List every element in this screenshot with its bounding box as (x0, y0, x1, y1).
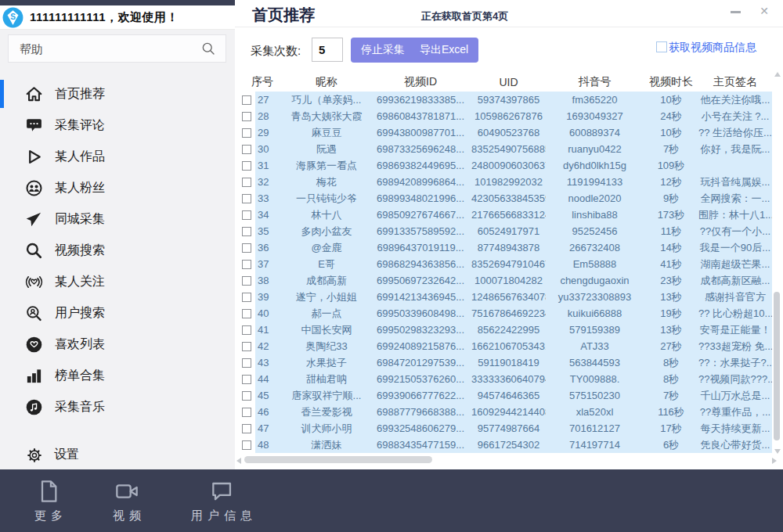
cell-duration: 7秒 (644, 387, 698, 404)
cell-video-id: 69869382449695... (370, 157, 471, 174)
row-checkbox[interactable] (242, 161, 251, 171)
cell-uid: 835254907568851 (471, 141, 546, 157)
scroll-right-arrow-icon[interactable] (772, 458, 777, 464)
table-row[interactable]: 30阮遇69873325696248...835254907568851ruan… (241, 141, 772, 157)
cell-num: 31 (255, 157, 283, 174)
cell-douyin-id: 600889374 (546, 124, 644, 141)
table-row[interactable]: 35多肉小盆友69913357589592...6052491797195252… (241, 223, 772, 239)
row-checkbox[interactable] (242, 342, 251, 351)
row-checkbox[interactable] (242, 358, 251, 368)
chat-icon (209, 479, 234, 504)
row-checkbox[interactable] (242, 309, 251, 318)
scroll-up-arrow-icon[interactable] (774, 72, 781, 77)
table-row[interactable]: 36@金鹿69896437019119...877489438782667324… (241, 239, 772, 256)
row-checkbox[interactable] (242, 95, 251, 105)
table-row[interactable]: 48潇洒妹69883435477159...966172543027141977… (241, 437, 772, 453)
footer-item-video[interactable]: 视频 (108, 479, 146, 523)
sidebar-item-settings[interactable]: 设置 (0, 440, 235, 469)
horizontal-scrollbar[interactable] (236, 455, 778, 466)
table-row[interactable]: 42奥陶纪3369924089215876...16621067053431..… (241, 338, 772, 354)
row-checkbox[interactable] (242, 128, 251, 138)
row-checkbox[interactable] (242, 440, 251, 450)
table-row[interactable]: 46香兰爱影视69887779668388...16092944214408..… (241, 404, 772, 420)
collect-count-input[interactable] (312, 38, 343, 62)
table-row[interactable]: 38成都高新69950697232642...100071804282cheng… (241, 272, 772, 289)
table-row[interactable]: 27巧儿（单亲妈...69936219833385...59374397865f… (241, 92, 772, 108)
cell-signature: 他在关注你哦... (698, 92, 772, 108)
sidebar-item-video-search[interactable]: 视频搜索 (0, 235, 235, 266)
cell-uid: 59119018419 (471, 354, 546, 371)
row-checkbox[interactable] (242, 424, 251, 433)
product-info-label: 获取视频商品信息 (669, 41, 756, 55)
table-row[interactable]: 37E哥69868294363856...835269479104679Em58… (241, 256, 772, 272)
table-row[interactable]: 33一只钝钝少爷69899348021996...42305633845359.… (241, 190, 772, 207)
likes-heart-icon (25, 336, 43, 354)
row-checkbox[interactable] (242, 276, 251, 286)
table-row[interactable]: 44甜柚君呐69921505376260...33333360640794...… (241, 371, 772, 387)
sidebar-item-ranking[interactable]: 榜单合集 (0, 360, 235, 391)
search-icon[interactable] (200, 41, 216, 56)
table-row[interactable]: 43水果挞子69847201297539...59119018419563844… (241, 354, 772, 371)
row-checkbox[interactable] (242, 210, 251, 220)
product-info-checkbox[interactable] (656, 41, 667, 52)
table-row[interactable]: 40郝一点69950339608498...751678646922344kui… (241, 305, 772, 322)
main-area: 首页推荐 正在获取首页第4页 ✕ 采集次数: 停止采集 导出Excel 获取视频… (235, 0, 783, 469)
cell-num: 32 (255, 174, 283, 190)
sidebar-item-user-search[interactable]: 用户搜索 (0, 297, 235, 329)
footer-item-more[interactable]: 更多 (30, 479, 67, 523)
row-checkbox[interactable] (242, 260, 251, 269)
cell-signature: 成都高新区融... (698, 272, 772, 289)
cell-uid: 101982992032 (471, 174, 546, 190)
cell-video-id: 69873325696248... (370, 141, 471, 157)
table-row[interactable]: 41中国长安网69950298323293...8562242299557915… (241, 322, 772, 338)
minimize-icon[interactable] (731, 11, 741, 13)
table-row[interactable]: 34林十八69850927674667...21766566833124...l… (241, 207, 772, 223)
sidebar-item-fans[interactable]: 某人粉丝 (0, 172, 235, 203)
table-row[interactable]: 47训犬师小明69932548606279...9577498766470161… (241, 420, 772, 437)
scroll-left-arrow-icon[interactable] (236, 458, 241, 464)
cell-duration: 13秒 (644, 322, 698, 338)
sidebar-item-follows[interactable]: 某人关注 (0, 266, 235, 297)
help-search-box[interactable] (8, 34, 226, 63)
checkbox-cell (241, 358, 255, 368)
cell-signature: 感谢抖音官方 (698, 289, 772, 305)
table-row[interactable]: 31海豚第一看点69869382449695...24800906030637.… (241, 157, 772, 174)
close-icon[interactable]: ✕ (760, 5, 769, 17)
row-checkbox[interactable] (242, 145, 251, 154)
export-excel-button[interactable]: 导出Excel (410, 38, 478, 63)
sidebar-item-home-feed[interactable]: 首页推荐 (0, 78, 235, 110)
cell-douyin-id: ruanyu0422 (546, 141, 644, 157)
row-checkbox[interactable] (242, 227, 251, 236)
sidebar-item-comments[interactable]: 采集评论 (0, 110, 235, 141)
table-row[interactable]: 39遂宁，小姐姐69914213436945...12486567634078.… (241, 289, 772, 305)
sidebar-item-city-collect[interactable]: 同城采集 (0, 203, 235, 235)
table-row[interactable]: 29麻豆豆69943800987701...604905237686008893… (241, 124, 772, 141)
row-checkbox[interactable] (242, 293, 251, 302)
cell-nickname: 林十八 (283, 207, 370, 223)
sidebar-item-likes[interactable]: 喜欢列表 (0, 329, 235, 360)
row-checkbox[interactable] (242, 178, 251, 187)
vertical-scroll-thumb[interactable] (774, 292, 780, 440)
scroll-down-arrow-icon[interactable] (774, 449, 781, 454)
row-checkbox[interactable] (242, 408, 251, 417)
row-checkbox[interactable] (242, 325, 251, 335)
row-checkbox[interactable] (242, 112, 251, 121)
row-checkbox[interactable] (242, 194, 251, 203)
row-checkbox[interactable] (242, 375, 251, 384)
stop-collect-button[interactable]: 停止采集 (351, 38, 415, 63)
sidebar-item-music[interactable]: 采集音乐 (0, 391, 235, 422)
footer-item-user-info[interactable]: 用户信息 (186, 479, 257, 523)
row-checkbox[interactable] (242, 243, 251, 253)
row-checkbox[interactable] (242, 391, 251, 401)
cell-nickname: 训犬师小明 (283, 420, 370, 437)
checkbox-cell (241, 194, 255, 203)
footer-toolbar: 更多视频用户信息 (0, 469, 783, 532)
help-search-input[interactable] (9, 42, 200, 56)
vertical-scrollbar[interactable] (773, 70, 781, 457)
table-row[interactable]: 28青岛大姨张大霞69860843781871...10598626787616… (241, 108, 772, 124)
table-row[interactable]: 32梅花69894208996864...1019829920321191994… (241, 174, 772, 190)
horizontal-scroll-thumb[interactable] (244, 456, 432, 463)
sidebar-item-works[interactable]: 某人作品 (0, 141, 235, 172)
cell-signature: 凭良心带好货... (698, 437, 772, 453)
table-row[interactable]: 45唐家驭祥宁顺...69939066777622...945746463655… (241, 387, 772, 404)
